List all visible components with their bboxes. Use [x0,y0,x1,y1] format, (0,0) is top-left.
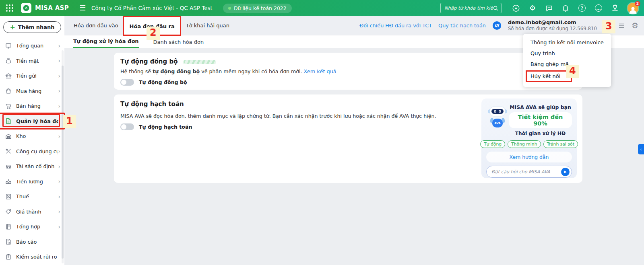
status-dot [228,7,231,10]
ava-feature-pills: Tự động Thông minh Tránh sai sót [486,140,572,148]
sidebar-scrollbar[interactable] [62,50,64,263]
sidebar-item-gia-thanh[interactable]: Giá thành › [0,204,64,220]
chevron-right-icon: › [58,73,60,79]
overview-monitor-icon [5,42,12,49]
ava-processing-time-line: Thời gian xử lý HĐ [509,131,572,136]
ledger-book-icon [5,223,12,230]
collapse-panel-handle[interactable]: ‹ [638,144,644,154]
sidebar-item-ban-hang[interactable]: Bán hàng › [0,99,64,114]
accounting-data-label: Dữ liệu kế toán 2022 [234,5,287,11]
subtab-label: Danh sách hóa đơn [153,39,204,45]
accounting-data-badge[interactable]: Dữ liệu kế toán 2022 [223,4,292,13]
sidebar-item-label: Thuế [16,193,58,199]
car-icon [5,163,12,170]
app-grid-icon[interactable] [6,4,14,12]
sidebar-item-bao-cao[interactable]: Báo cáo [0,234,64,250]
grid-dots [6,4,14,12]
sidebar-item-label: Tiền mặt [16,58,58,64]
chevron-right-icon: › [58,208,60,215]
chat-icon[interactable] [545,4,553,12]
tips-lightbulb-icon[interactable] [611,4,619,12]
sidebar-item-mua-hang[interactable]: Mua hàng › [0,84,64,99]
sidebar-item-label: Tiền lương [16,179,58,185]
warehouse-icon [5,133,12,140]
more-options-icon[interactable]: … [594,4,603,12]
sidebar-item-tai-san-co-dinh[interactable]: Tài sản cố định › [0,159,64,174]
menu-item-quy-trinh[interactable]: Quy trình [523,48,611,59]
sidebar-item-label: Mua hàng [16,88,58,94]
chevron-right-icon: › [58,224,60,230]
subtab-danh-sach[interactable]: Danh sách hóa đơn [153,35,204,48]
list-view-icon[interactable] [618,22,625,29]
sidebar-item-quan-ly-hoa-don[interactable]: Quản lý hóa đơn › [0,114,64,129]
annotation-number-1: 1 [63,115,76,128]
posting-rules-link[interactable]: Quy tắc hạch toán [438,23,486,29]
sidebar-item-label: Báo cáo [16,239,60,245]
auto-posting-toggle[interactable] [120,123,134,130]
search-icon[interactable] [493,5,499,11]
svg-text:AVA: AVA [494,122,501,125]
notifications-bell-icon[interactable] [561,4,570,12]
sidebar-item-tien-mat[interactable]: Tiền mặt › [0,53,64,69]
sidebar-item-tong-hop[interactable]: Tổng hợp › [0,219,64,234]
account-email: demo.inbot@qmail.com [508,19,597,26]
chevron-left-icon: ‹ [640,147,642,152]
sidebar-item-kiem-soat-rui-ro[interactable]: Kiểm soát rủi ro [0,249,64,265]
send-icon[interactable]: ▶ [561,168,570,176]
account-dropdown-menu: Thông tin kết nối meInvoice Quy trình Bả… [523,34,611,87]
quick-add-button[interactable]: + Thêm nhanh [3,21,61,33]
auto-sync-card: Tự động đồng bộ Hệ thống sẽ tự động đồng… [114,53,582,90]
auto-sync-description: Hệ thống sẽ tự động đồng bộ về phần mềm … [120,68,576,74]
chevron-right-icon: › [58,58,60,64]
money-bag-icon [5,58,12,64]
sidebar-item-thue[interactable]: Thuế › [0,189,64,204]
desc-bold: tự động đồng bộ [153,68,200,74]
pill-tu-dong: Tự động [480,140,505,148]
ava-savings-highlight: Tiết kiệm đến 90% [509,112,572,128]
menu-item-thong-tin-ket-noi[interactable]: Thông tin kết nối meInvoice [523,37,611,48]
download-icon[interactable] [512,4,520,12]
clipboard-check-icon [5,253,12,260]
tab-to-khai-hai-quan[interactable]: Tờ khai hải quan [180,16,235,35]
chevron-right-icon: › [58,193,60,200]
tab-hoa-don-dau-vao[interactable]: Hóa đơn đầu vào [68,16,124,35]
pill-tranh-sai-sot: Tránh sai sót [543,140,578,148]
sidebar-item-label: Kho [16,133,58,139]
hamburger-menu-icon[interactable]: ☰ [79,4,86,12]
search-input[interactable] [444,5,493,11]
settings-icon[interactable]: ⚙ [528,4,537,12]
page-settings-icon[interactable]: ⚙ [632,22,638,29]
sidebar-item-tong-quan[interactable]: Tổng quan › [0,38,64,53]
view-results-link[interactable]: Xem kết quả [304,68,336,74]
annotation-box-4[interactable]: Hủy kết nối [526,70,572,82]
pill-thong-minh: Thông minh [508,140,541,148]
chevron-right-icon: › [58,178,60,185]
sidebar-item-label: Tổng quan [16,43,58,49]
help-icon[interactable]: ? [578,4,586,12]
ava-help-line: MISA AVA sẽ giúp bạn [509,104,572,110]
price-tag-icon [5,208,12,215]
auto-sync-toggle-label: Tự động đồng bộ [139,79,187,85]
sidebar-item-cong-cu-dung-cu[interactable]: Công cụ dụng cụ › [0,144,64,159]
global-search [440,3,502,13]
subtab-tu-dong-xu-ly[interactable]: Tự động xử lý hóa đơn [73,35,139,48]
sidebar-item-tien-luong[interactable]: Tiền lương › [0,174,64,189]
ava-question-input[interactable] [491,169,561,175]
tax-receipt-icon [5,193,12,200]
auto-sync-toggle[interactable] [120,79,134,86]
sidebar-item-kho[interactable]: Kho › [0,129,64,144]
misa-logo-icon[interactable] [21,3,31,13]
shopping-bag-icon [5,88,12,94]
sidebar-item-tien-gui[interactable]: Tiền gửi › [0,68,64,84]
user-avatar[interactable]: 2 [627,3,638,14]
connected-account[interactable]: demo.inbot@qmail.com Số hóa đơn được sử … [508,19,597,32]
scrollbar-thumb[interactable] [62,66,64,259]
view-guide-button[interactable]: Xem hướng dẫn [486,152,572,162]
report-icon [5,238,12,245]
annotation-box-1 [0,113,65,130]
plus-icon: + [10,24,15,31]
tab-bar-right: Đối chiếu HĐ đầu ra với TCT Quy tắc hạch… [359,16,644,35]
company-name[interactable]: Công ty Cổ Phần Cảm xúc Việt - QC ASP Te… [91,5,213,11]
sidebar-item-label: Tổng hợp [16,224,58,230]
reconcile-link[interactable]: Đối chiếu HĐ đầu ra với TCT [359,23,432,29]
